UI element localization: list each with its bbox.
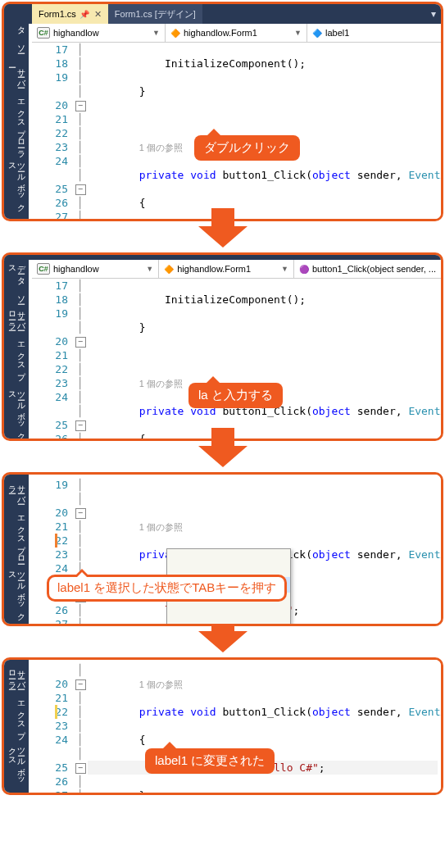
panel-step-4: サーバー エクスプローラー ツールボックス 2021222324 252627 … — [2, 657, 443, 795]
step-arrow-icon — [198, 631, 247, 652]
change-marker — [55, 705, 57, 719]
line-number-gutter: 2021222324 252627 — [32, 663, 73, 795]
step-arrow-icon — [198, 226, 247, 248]
nav-member-dropdown[interactable]: button1_Click(object sender, ... — [294, 260, 441, 278]
code-editor[interactable]: 171819 2021222324 25262728 ││││ −│││││ −… — [32, 279, 441, 441]
callout-press-tab: label1 を選択した状態でTABキーを押す — [47, 575, 287, 602]
method-icon — [299, 264, 309, 274]
csharp-badge-icon: C# — [37, 263, 50, 275]
field-icon — [312, 28, 322, 38]
line-number-gutter: 171819 2021222324 25262728 — [32, 279, 73, 441]
nav-member-dropdown[interactable]: label1 — [307, 24, 441, 42]
csharp-badge-icon: C# — [37, 27, 50, 39]
outline-gutter[interactable]: ││││ −│││││ −│││││ — [73, 43, 88, 221]
panel-step-2: データ ソース サーバー エクスプローラー ツールボックス C# highand… — [2, 252, 443, 441]
callout-changed-to-label1: label1 に変更された — [145, 748, 275, 774]
vs-side-toolwindows[interactable]: データ ソース サーバー エクスプローラー ツールボックス — [4, 4, 29, 219]
outline-gutter[interactable]: ││ −│││││ −│││ — [73, 478, 88, 626]
code-area[interactable]: InitializeComponent(); } 1 個の参照 private … — [88, 279, 441, 441]
outline-gutter[interactable]: ││││ −│││││ −│││ — [73, 279, 88, 441]
class-icon — [164, 264, 174, 274]
pin-icon[interactable]: 📌 — [79, 10, 89, 19]
tab-overflow-dropdown-icon[interactable]: ▾ — [426, 4, 441, 24]
nav-scope-dropdown[interactable]: C# highandlow▼ — [32, 260, 159, 278]
change-marker — [55, 534, 57, 548]
vs-side-toolwindows[interactable]: データ ソース サーバー エクスプローラー ツールボックス — [4, 255, 29, 439]
close-icon[interactable]: ✕ — [94, 9, 102, 20]
nav-bar: C# highandlow▼ highandlow.Form1▼ button1… — [32, 260, 441, 279]
line-number-gutter: 171819 2021222324 25262728293031 — [32, 43, 73, 221]
panel-step-1: データ ソース サーバー エクスプローラー ツールボックス Form1.cs 📌… — [2, 2, 443, 221]
vs-side-toolwindows[interactable]: サーバー エクスプローラー ツールボックス — [4, 660, 29, 793]
class-icon — [170, 28, 180, 38]
vs-side-toolwindows[interactable]: サーバー エクスプローラー ツールボックス — [4, 475, 29, 624]
callout-double-click: ダブルクリック — [194, 135, 300, 161]
step-arrow-icon — [198, 446, 247, 467]
nav-bar: C# highandlow▼ highandlow.Form1▼ label1 — [32, 24, 441, 43]
code-area[interactable]: 1 個の参照 private void button1_Click(object… — [88, 663, 441, 795]
document-tab-bar: Form1.cs 📌 ✕ Form1.cs [デザイン] ▾ — [4, 4, 441, 24]
nav-scope-dropdown[interactable]: C# highandlow▼ — [32, 24, 166, 42]
panel-step-3: サーバー エクスプローラー ツールボックス 19 2021222324 2526… — [2, 472, 443, 626]
class-icon — [170, 624, 180, 627]
code-area[interactable]: InitializeComponent(); } 1 個の参照 private … — [88, 43, 441, 221]
code-editor[interactable]: 171819 2021222324 25262728293031 ││││ −│… — [32, 43, 441, 221]
code-area[interactable]: 1 個の参照 private void button1_Click(object… — [88, 478, 441, 626]
tab-form1-design[interactable]: Form1.cs [デザイン] — [108, 4, 202, 24]
outline-gutter[interactable]: │ −│││││ −││ — [73, 663, 88, 795]
code-editor[interactable]: 2021222324 252627 │ −│││││ −││ 1 個の参照 pr… — [32, 660, 441, 795]
tab-form1-cs[interactable]: Form1.cs 📌 ✕ — [32, 4, 108, 24]
line-number-gutter: 19 2021222324 25262728 — [32, 478, 73, 626]
nav-class-dropdown[interactable]: highandlow.Form1▼ — [159, 260, 294, 278]
nav-class-dropdown[interactable]: highandlow.Form1▼ — [166, 24, 307, 42]
code-editor[interactable]: 19 2021222324 25262728 ││ −│││││ −│││ 1 … — [32, 475, 441, 626]
callout-type-la: la と入力する — [188, 383, 283, 408]
